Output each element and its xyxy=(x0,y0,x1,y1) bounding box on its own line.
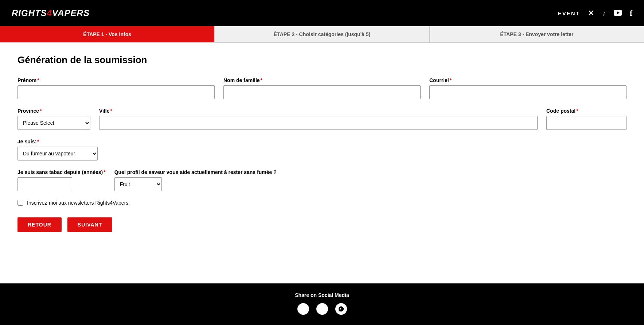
step-1[interactable]: ÉTAPE 1 - Vos infos xyxy=(0,26,215,42)
footer-whatsapp-icon[interactable] xyxy=(335,303,347,315)
code-postal-group: Code postal* xyxy=(546,108,627,130)
courriel-input[interactable] xyxy=(429,85,627,99)
step-3[interactable]: ÉTAPE 3 - Envoyer votre letter xyxy=(430,26,644,42)
row-names: Prénom* Nom de famille* Courriel* xyxy=(17,77,627,99)
page-title: Génération de la soumission xyxy=(17,54,627,66)
newsletter-label: Inscrivez-moi aux newsletters Rights4Vap… xyxy=(27,200,130,206)
button-row: RETOUR SUIVANT xyxy=(17,217,627,232)
step-2[interactable]: ÉTAPE 2 - Choisir catégories (jusqu'à 5) xyxy=(215,26,429,42)
next-button[interactable]: SUIVANT xyxy=(67,217,112,232)
row-address: Province* Please Select Alberta Colombie… xyxy=(17,108,627,130)
ville-group: Ville* xyxy=(99,108,538,130)
province-label: Province* xyxy=(17,108,90,114)
profil-saveur-label: Quel profil de saveur vous aide actuelle… xyxy=(114,169,277,175)
facebook-icon[interactable] xyxy=(630,8,632,18)
province-select[interactable]: Please Select Alberta Colombie-Britanniq… xyxy=(17,116,90,130)
province-group: Province* Please Select Alberta Colombie… xyxy=(17,108,90,130)
courriel-group: Courriel* xyxy=(429,77,627,99)
courriel-label: Courriel* xyxy=(429,77,627,83)
event-link[interactable]: EVENT xyxy=(558,10,580,16)
sans-tabac-label: Je suis sans tabac depuis (années)* xyxy=(17,169,106,175)
je-suis-label: Je suis:* xyxy=(17,139,98,144)
back-button[interactable]: RETOUR xyxy=(17,217,62,232)
row-tabac-saveur: Je suis sans tabac depuis (années)* Quel… xyxy=(17,169,627,191)
submission-form: Prénom* Nom de famille* Courriel* xyxy=(17,77,627,232)
ville-input[interactable] xyxy=(99,116,538,130)
header: Rights4Vapers EVENT ✕ ♪ xyxy=(0,0,644,26)
sans-tabac-input[interactable] xyxy=(17,177,72,191)
youtube-icon[interactable] xyxy=(614,9,622,18)
share-title: Share on Social Media xyxy=(0,292,644,298)
code-postal-input[interactable] xyxy=(546,116,627,130)
sans-tabac-group: Je suis sans tabac depuis (années)* xyxy=(17,169,106,191)
je-suis-select[interactable]: Du fumeur au vapoteur Vapoteur uniquemen… xyxy=(17,147,98,160)
step-bar: ÉTAPE 1 - Vos infos ÉTAPE 2 - Choisir ca… xyxy=(0,26,644,43)
prenom-label: Prénom* xyxy=(17,77,215,83)
header-nav: EVENT ✕ ♪ xyxy=(558,8,632,18)
tiktok-icon[interactable]: ♪ xyxy=(602,9,606,18)
nom-group: Nom de famille* xyxy=(223,77,421,99)
profil-saveur-select[interactable]: Fruit Menthe Dessert Tabac Autre xyxy=(114,177,162,191)
code-postal-label: Code postal* xyxy=(546,108,627,114)
footer-x-icon[interactable]: ✕ xyxy=(316,303,328,315)
je-suis-group: Je suis:* Du fumeur au vapoteur Vapoteur… xyxy=(17,139,98,160)
prenom-group: Prénom* xyxy=(17,77,215,99)
x-twitter-icon[interactable]: ✕ xyxy=(588,9,594,18)
newsletter-row: Inscrivez-moi aux newsletters Rights4Vap… xyxy=(17,200,627,206)
logo: Rights4Vapers xyxy=(12,8,90,18)
main-content: Génération de la soumission Prénom* Nom … xyxy=(0,43,644,283)
newsletter-checkbox[interactable] xyxy=(17,200,23,206)
nom-label: Nom de famille* xyxy=(223,77,421,83)
nom-input[interactable] xyxy=(223,85,421,99)
footer-facebook-icon[interactable]: f xyxy=(297,303,309,315)
row-je-suis: Je suis:* Du fumeur au vapoteur Vapoteur… xyxy=(17,139,627,160)
ville-label: Ville* xyxy=(99,108,538,114)
prenom-input[interactable] xyxy=(17,85,215,99)
logo-divider: 4 xyxy=(47,8,52,18)
footer: Share on Social Media f ✕ xyxy=(0,283,644,325)
profil-saveur-group: Quel profil de saveur vous aide actuelle… xyxy=(114,169,277,191)
footer-icons: f ✕ xyxy=(0,303,644,315)
